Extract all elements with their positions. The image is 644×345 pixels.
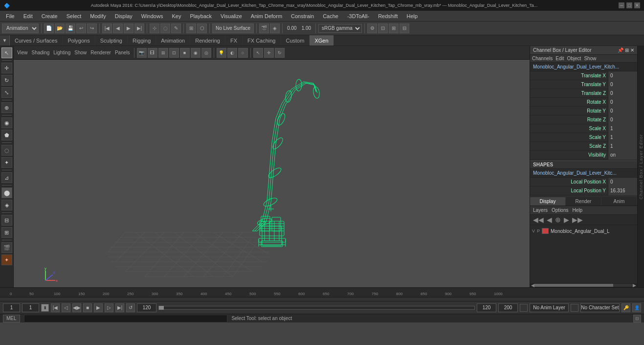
layer-new-btn[interactable]: ⊕: [554, 216, 562, 224]
redo-icon[interactable]: ↪: [87, 23, 97, 33]
lighting-menu[interactable]: Lighting: [53, 50, 70, 55]
workspace-select[interactable]: Animation: [2, 23, 39, 33]
shadow-icon[interactable]: ◐: [227, 48, 237, 58]
layer-next-next-btn[interactable]: ▶▶: [571, 216, 584, 224]
frame-thumb-icon[interactable]: ▮: [41, 304, 49, 312]
viewport-canvas[interactable]: persp x y z: [14, 60, 530, 287]
show-menu[interactable]: Show: [74, 50, 87, 55]
ch-val-rotate-x[interactable]: [608, 98, 637, 107]
paint-select-btn[interactable]: ✦: [1, 157, 12, 168]
step-forward-btn[interactable]: ▷: [105, 303, 113, 312]
close-button[interactable]: ✕: [634, 2, 640, 8]
maximize-button[interactable]: □: [626, 2, 632, 8]
grid-icon[interactable]: ⊞: [186, 23, 196, 33]
new-scene-icon[interactable]: 📄: [44, 23, 54, 33]
channel-visibility[interactable]: Visibility: [530, 151, 637, 160]
next-key-btn[interactable]: ▶|: [115, 303, 124, 312]
shading-menu[interactable]: Shading: [32, 50, 50, 55]
iso-icon[interactable]: ◎: [201, 48, 211, 58]
menu-playback[interactable]: Playback: [186, 12, 216, 20]
panels-menu[interactable]: Panels: [115, 50, 130, 55]
module-collapse-btn[interactable]: ▼: [0, 35, 10, 46]
menu-select[interactable]: Select: [63, 12, 86, 20]
ipr-icon[interactable]: ◈: [270, 23, 280, 33]
tab-rendering[interactable]: Rendering: [190, 35, 225, 46]
layout-icon1[interactable]: ⊡: [378, 23, 388, 33]
tab-fx-caching[interactable]: FX Caching: [243, 35, 281, 46]
char-set-btn[interactable]: 👤: [632, 303, 641, 312]
ly-menu-options[interactable]: Options: [552, 207, 568, 213]
channel-local-pos-y[interactable]: Local Position Y: [530, 186, 637, 195]
timeline-ruler[interactable]: 0 50 100 150 200 250 300 350 400 450 500…: [0, 288, 644, 298]
xgen-icon[interactable]: ✦: [1, 254, 12, 265]
menu-key[interactable]: Key: [168, 12, 185, 20]
tab-anim[interactable]: Anim: [601, 197, 637, 206]
ly-menu-help[interactable]: Help: [572, 207, 582, 213]
light-icon[interactable]: 💡: [217, 48, 226, 58]
lasso-icon[interactable]: ◌: [160, 23, 170, 33]
open-scene-icon[interactable]: 📂: [55, 23, 65, 33]
frame-current-input[interactable]: [3, 303, 20, 312]
ch-val-scale-y[interactable]: [608, 133, 637, 142]
menu-display[interactable]: Display: [111, 12, 136, 20]
view-menu[interactable]: View: [17, 50, 28, 55]
scale-tool-btn[interactable]: ⤡: [1, 87, 12, 98]
mel-icon[interactable]: ⊟: [633, 315, 641, 322]
menu-anim-deform[interactable]: Anim Deform: [247, 12, 286, 20]
layer-prev-prev-btn[interactable]: ◀◀: [532, 216, 545, 224]
frame-max-input[interactable]: [498, 303, 518, 312]
prev-key-icon[interactable]: |◀: [102, 23, 112, 33]
menu-3dtoall[interactable]: -3DToAll-: [343, 12, 373, 20]
soft-mod-btn[interactable]: ◉: [1, 117, 12, 128]
menu-visualize[interactable]: Visualize: [217, 12, 246, 20]
cam-icon[interactable]: 📷: [137, 48, 147, 58]
solid-icon[interactable]: ■: [180, 48, 190, 58]
tab-custom[interactable]: Custom: [281, 35, 310, 46]
menu-help[interactable]: Help: [403, 12, 422, 20]
menu-constrain[interactable]: Constrain: [287, 12, 318, 20]
channel-scale-y[interactable]: Scale Y: [530, 133, 637, 142]
channel-box-expand-icon[interactable]: ⊞: [625, 47, 629, 53]
scroll-thumb[interactable]: [534, 284, 613, 287]
play-back-icon[interactable]: ◀: [113, 23, 123, 33]
xray-btn[interactable]: ⬤: [1, 187, 12, 198]
ch-val-translate-z[interactable]: [608, 89, 637, 98]
wire2-icon[interactable]: ⊡: [169, 48, 179, 58]
tab-sculpting[interactable]: Sculpting: [95, 35, 128, 46]
menu-modify[interactable]: Modify: [86, 12, 110, 20]
layer-btn[interactable]: ⊟: [1, 215, 12, 226]
select3-icon[interactable]: ↖: [253, 48, 263, 58]
mel-label[interactable]: MEL: [3, 315, 20, 322]
tab-fx[interactable]: FX: [225, 35, 243, 46]
wire-icon[interactable]: ⬡: [197, 23, 207, 33]
cb-menu-show[interactable]: Show: [584, 56, 596, 61]
scroll-left-btn[interactable]: ◀: [531, 283, 534, 288]
universal-manip-btn[interactable]: ⊕: [1, 102, 12, 113]
scroll-right-btn[interactable]: ▶: [633, 283, 636, 288]
ly-menu-layers[interactable]: Layers: [533, 207, 548, 213]
color-mode-select[interactable]: sRGB gamma: [318, 24, 362, 33]
tab-render[interactable]: Render: [566, 197, 601, 206]
tab-curves-surfaces[interactable]: Curves / Surfaces: [10, 35, 63, 46]
tab-animation[interactable]: Animation: [156, 35, 190, 46]
ch-val-rotate-z[interactable]: [608, 115, 637, 124]
channel-translate-z[interactable]: Translate Z: [530, 89, 637, 98]
ch-val-scale-x[interactable]: [608, 124, 637, 133]
menu-edit[interactable]: Edit: [20, 12, 37, 20]
undo-icon[interactable]: ↩: [76, 23, 86, 33]
channel-scale-x[interactable]: Scale X: [530, 124, 637, 133]
channel-rotate-x[interactable]: Rotate X: [530, 98, 637, 107]
renderer-menu[interactable]: Renderer: [90, 50, 111, 55]
move-tool-btn[interactable]: ✛: [1, 63, 12, 73]
channel-box-close-icon[interactable]: ✕: [630, 47, 634, 53]
select-tool-btn[interactable]: ↖: [1, 47, 12, 58]
channel-scale-z[interactable]: Scale Z: [530, 142, 637, 151]
ambient-icon[interactable]: ○: [238, 48, 248, 58]
ch-val-rotate-y[interactable]: [608, 107, 637, 115]
ch-val-translate-y[interactable]: [608, 80, 637, 89]
step-back-btn[interactable]: ◁: [62, 303, 70, 312]
anim-layer-dropdown-arrow[interactable]: [520, 304, 528, 312]
tab-rigging[interactable]: Rigging: [128, 35, 156, 46]
ch-val-translate-x[interactable]: [608, 71, 637, 80]
layer-prev-btn[interactable]: ◀: [546, 216, 553, 224]
